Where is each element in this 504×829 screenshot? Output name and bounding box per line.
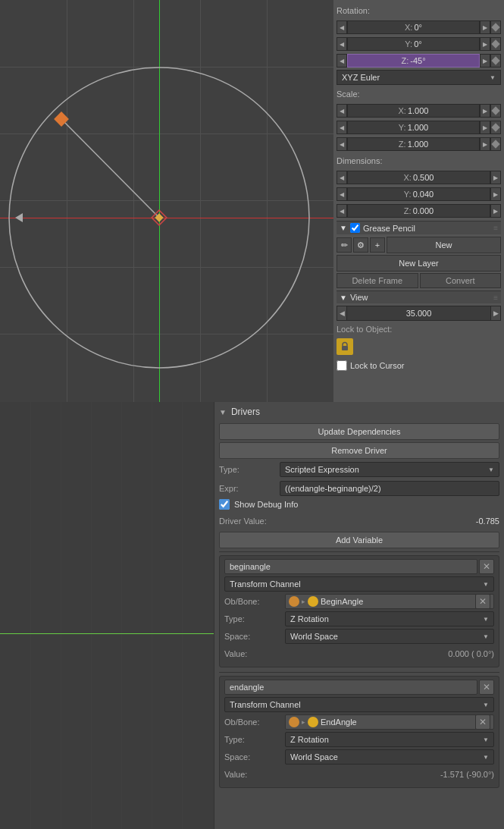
driver-type-value: Scripted Expression (285, 465, 359, 474)
dim-y-right-arrow[interactable]: ▶ (490, 187, 501, 201)
add-icon[interactable]: + (370, 237, 385, 253)
beginangle-rotation-dropdown[interactable]: Z Rotation ▼ (285, 611, 494, 626)
scale-x-left-arrow[interactable]: ◀ (337, 104, 347, 118)
dim-z-field[interactable]: Z: 0.000 (347, 204, 490, 218)
scale-y-keyframe[interactable] (490, 121, 501, 134)
rotation-x-keyframe[interactable] (490, 20, 501, 34)
driver-expr-value: ((endangle-beginangle)/2) (285, 484, 381, 493)
beginangle-type-rotation-value: Z Rotation (290, 614, 329, 623)
lock-icon-svg (340, 341, 350, 352)
timeline-left[interactable] (0, 402, 214, 829)
show-debug-checkbox[interactable] (219, 499, 230, 510)
beginangle-rotation-arrow: ▼ (483, 616, 489, 623)
rotation-z-keyframe[interactable] (490, 54, 501, 68)
beginangle-space-dropdown[interactable]: World Space ▼ (285, 629, 494, 644)
remove-driver-button[interactable]: Remove Driver (219, 442, 499, 459)
rotation-y-field[interactable]: Y: 0° (347, 37, 480, 51)
update-dependencies-button[interactable]: Update Dependencies (219, 423, 499, 440)
dim-z-right-arrow[interactable]: ▶ (490, 204, 501, 218)
endangle-rotation-dropdown[interactable]: Z Rotation ▼ (285, 732, 494, 747)
beginangle-obbone-clear[interactable]: ✕ (475, 594, 490, 609)
beginangle-name-input[interactable] (224, 559, 477, 574)
dim-z-left-arrow[interactable]: ◀ (337, 204, 347, 218)
beginangle-value-row: Value: 0.000 ( 0.0°) (224, 646, 494, 661)
endangle-bone-icon-orange (289, 717, 299, 727)
endangle-obbone-value[interactable]: ▸ EndAngle ✕ (285, 714, 494, 730)
beginangle-obbone-value[interactable]: ▸ BeginAngle ✕ (285, 594, 494, 609)
rotation-x-left-arrow[interactable]: ◀ (337, 20, 347, 34)
scale-z-right-arrow[interactable]: ▶ (480, 137, 490, 151)
endangle-value-display: -1.571 (-90.0°) (285, 770, 494, 779)
grease-pencil-collapse-icon: ≡ (493, 224, 498, 232)
scale-y-label: Y: (399, 123, 406, 132)
lens-right-arrow[interactable]: ▶ (490, 306, 501, 321)
add-variable-button[interactable]: Add Variable (219, 532, 499, 548)
beginangle-obbone-name: BeginAngle (321, 597, 363, 606)
scale-z-left-arrow[interactable]: ◀ (337, 137, 347, 151)
endangle-obbone-clear[interactable]: ✕ (475, 714, 490, 730)
endangle-obbone-label: Ob/Bone: (224, 718, 285, 727)
convert-button[interactable]: Convert (420, 273, 502, 288)
dim-x-field[interactable]: X: 0.500 (347, 171, 490, 184)
tl-grid-v2 (61, 402, 61, 829)
beginangle-delete-button[interactable]: ✕ (479, 559, 494, 574)
endangle-name-input[interactable] (224, 680, 477, 695)
beginangle-type-dropdown[interactable]: Transform Channel ▼ (224, 576, 494, 592)
scale-x-right-arrow[interactable]: ▶ (480, 104, 490, 118)
delete-frame-button[interactable]: Delete Frame (337, 273, 418, 288)
rotation-y-keyframe[interactable] (490, 37, 501, 51)
euler-mode-value: XYZ Euler (342, 73, 380, 82)
grease-pencil-triangle: ▼ (340, 224, 347, 232)
lock-object-icon[interactable] (337, 338, 353, 355)
endangle-type-dropdown[interactable]: Transform Channel ▼ (224, 697, 494, 712)
dim-y-left-arrow[interactable]: ◀ (337, 187, 347, 201)
grease-pencil-checkbox[interactable] (350, 223, 360, 233)
euler-mode-dropdown[interactable]: XYZ Euler ▼ (337, 70, 501, 85)
rotation-z-field[interactable]: Z: -45° (347, 54, 480, 68)
driver-expr-input[interactable]: ((endangle-beginangle)/2) (280, 481, 499, 496)
scale-z-value: 1.000 (408, 140, 429, 149)
dim-x-right-arrow[interactable]: ▶ (490, 171, 501, 184)
pencil-icon[interactable]: ✏ (337, 237, 352, 253)
settings-icon[interactable]: ⚙ (353, 237, 368, 253)
view-section-header[interactable]: ▼ View ≡ (337, 290, 501, 303)
tl-grid-v1 (30, 402, 31, 829)
dim-x-label: X: (404, 173, 412, 182)
new-layer-button[interactable]: New Layer (337, 255, 501, 272)
lens-field[interactable]: 35.000 (347, 306, 490, 321)
rotation-x-right-arrow[interactable]: ▶ (480, 20, 490, 34)
divider-1 (219, 551, 499, 552)
endangle-space-dropdown[interactable]: World Space ▼ (285, 749, 494, 765)
canvas-area[interactable] (0, 0, 333, 402)
tl-grid-v6 (182, 402, 183, 829)
lock-to-cursor-checkbox[interactable] (337, 360, 347, 371)
rotation-x-field[interactable]: X: 0° (347, 20, 480, 34)
rotation-z-right-arrow[interactable]: ▶ (480, 54, 490, 68)
scale-y-left-arrow[interactable]: ◀ (337, 121, 347, 134)
grease-pencil-section-header[interactable]: ▼ Grease Pencil ≡ (337, 221, 501, 234)
scale-y-value: 1.000 (408, 123, 429, 132)
scale-x-field[interactable]: X: 1.000 (347, 104, 480, 118)
dim-y-field[interactable]: Y: 0.040 (347, 187, 490, 201)
beginangle-value-display: 0.000 ( 0.0°) (285, 649, 494, 658)
dim-x-row: ◀ X: 0.500 ▶ (337, 170, 501, 185)
rotation-z-left-arrow[interactable]: ◀ (337, 54, 347, 68)
endangle-space-row: Space: World Space ▼ (224, 749, 494, 765)
scale-z-field[interactable]: Z: 1.000 (347, 137, 480, 151)
rotation-y-left-arrow[interactable]: ◀ (337, 37, 347, 51)
driver-type-dropdown[interactable]: Scripted Expression ▼ (280, 462, 499, 477)
rotation-y-right-arrow[interactable]: ▶ (480, 37, 490, 51)
lens-left-arrow[interactable]: ◀ (337, 306, 347, 321)
endangle-delete-button[interactable]: ✕ (479, 680, 494, 695)
view-section-label: View (350, 293, 368, 302)
scale-z-keyframe[interactable] (490, 137, 501, 151)
endangle-type-row: Type: Z Rotation ▼ (224, 732, 494, 747)
variable-beginangle-block: ✕ Transform Channel ▼ Ob/Bone: ▸ BeginAn… (219, 555, 499, 667)
scale-label-row: Scale: (337, 86, 501, 102)
scale-x-keyframe[interactable] (490, 104, 501, 118)
scale-y-field[interactable]: Y: 1.000 (347, 121, 480, 134)
dim-x-left-arrow[interactable]: ◀ (337, 171, 347, 184)
scale-y-right-arrow[interactable]: ▶ (480, 121, 490, 134)
new-button[interactable]: New (387, 237, 501, 253)
rotation-y-label: Y: (405, 39, 412, 49)
